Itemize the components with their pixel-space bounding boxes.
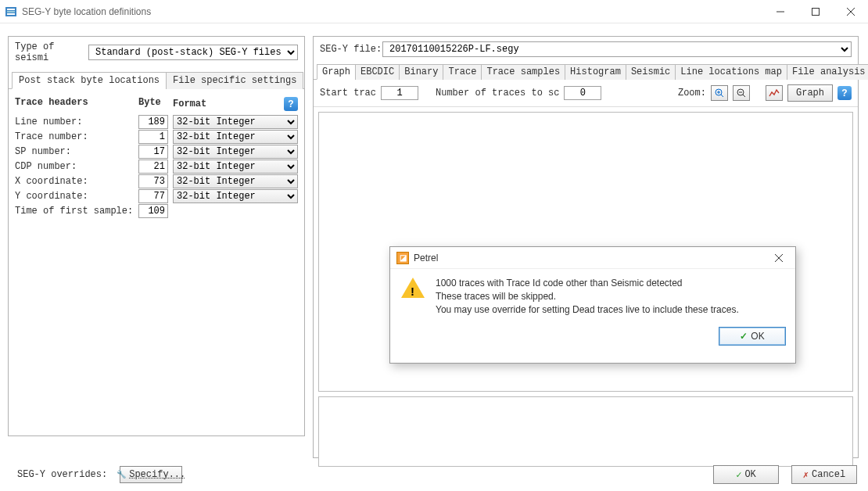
overrides-label: SEG-Y overrides: bbox=[17, 469, 107, 480]
left-tabs: Post stack byte locations File specific … bbox=[9, 71, 304, 89]
tab-post-stack[interactable]: Post stack byte locations bbox=[12, 72, 167, 89]
trace-row: CDP number:32-bit Integer bbox=[15, 159, 298, 174]
minimize-button[interactable] bbox=[762, 0, 798, 23]
tab-line-locations-map[interactable]: Line locations map bbox=[675, 64, 787, 80]
lower-area[interactable] bbox=[318, 396, 853, 467]
trace-field-label: Y coordinate: bbox=[15, 191, 138, 202]
dialog-title: Petrel bbox=[414, 253, 438, 263]
specify-button[interactable]: 🔧 Specify... bbox=[120, 466, 182, 483]
trace-row: Y coordinate:32-bit Integer bbox=[15, 188, 298, 203]
tab-trace-samples[interactable]: Trace samples bbox=[481, 64, 565, 80]
trace-field-label: CDP number: bbox=[15, 161, 138, 172]
footer: SEG-Y overrides: 🔧 Specify... ✓ OK ✗ Can… bbox=[0, 463, 868, 491]
trace-field-label: Time of first sample: bbox=[15, 206, 138, 217]
toolbar-help-icon[interactable]: ? bbox=[838, 86, 852, 100]
format-select[interactable]: 32-bit Integer bbox=[173, 159, 298, 174]
tab-file-analysis[interactable]: File analysis bbox=[787, 64, 868, 80]
format-select[interactable]: 32-bit Integer bbox=[173, 145, 298, 159]
window-title: SEG-Y byte location definitions bbox=[22, 6, 151, 17]
format-select[interactable]: 32-bit Integer bbox=[173, 115, 298, 129]
tab-histogram[interactable]: Histogram bbox=[565, 64, 626, 80]
start-trace-label: Start trac bbox=[320, 88, 376, 99]
graph-toolbar: Start trac Number of traces to sc Zoom: … bbox=[314, 80, 858, 107]
trace-headers-title: Trace headers bbox=[15, 97, 138, 111]
dialog-body: 1000 traces with Trace Id code other tha… bbox=[390, 269, 795, 324]
titlebar: SEG-Y byte location definitions bbox=[0, 0, 868, 23]
format-select[interactable]: 32-bit Integer bbox=[173, 189, 298, 203]
check-icon: ✓ bbox=[736, 469, 741, 481]
dialog-footer: ✓ OK bbox=[390, 324, 795, 353]
num-traces-label: Number of traces to sc bbox=[436, 88, 559, 99]
trace-row: X coordinate:32-bit Integer bbox=[15, 174, 298, 188]
svg-line-13 bbox=[743, 95, 745, 97]
dialog-app-icon: ◪ bbox=[396, 252, 409, 264]
svg-rect-5 bbox=[812, 8, 819, 15]
trace-row: Line number:32-bit Integer bbox=[15, 114, 298, 129]
tab-seismic[interactable]: Seismic bbox=[626, 64, 676, 80]
num-traces-input[interactable] bbox=[564, 86, 601, 100]
tab-trace[interactable]: Trace bbox=[443, 64, 482, 80]
byte-input[interactable] bbox=[138, 204, 168, 218]
byte-input[interactable] bbox=[138, 130, 168, 144]
zoom-in-icon[interactable] bbox=[711, 85, 728, 101]
dialog-line2: These traces will be skipped. bbox=[436, 290, 739, 303]
file-row: SEG-Y file: 20170110015226P-LF.segy bbox=[314, 37, 858, 62]
dialog-line1: 1000 traces with Trace Id code other tha… bbox=[436, 277, 739, 290]
close-button[interactable] bbox=[833, 0, 868, 23]
trace-row: Time of first sample: bbox=[15, 203, 298, 218]
dialog-ok-button[interactable]: ✓ OK bbox=[719, 327, 786, 346]
main-cancel-button[interactable]: ✗ Cancel bbox=[791, 465, 857, 484]
trace-headers-head: Trace headers Byte Format ? bbox=[15, 97, 298, 111]
cross-icon: ✗ bbox=[803, 469, 809, 481]
tab-ebcdic[interactable]: EBCDIC bbox=[355, 64, 400, 80]
tab-graph[interactable]: Graph bbox=[317, 64, 356, 80]
trace-headers-section: Trace headers Byte Format ? Line number:… bbox=[9, 89, 304, 226]
dialog-line3: You may use override for setting Dead tr… bbox=[436, 303, 739, 317]
left-panel: Type of seismi Standard (post-stack) SEG… bbox=[8, 36, 305, 436]
dialog-close-button[interactable] bbox=[766, 249, 792, 267]
chart-icon[interactable] bbox=[766, 85, 783, 101]
window-controls bbox=[762, 0, 868, 23]
type-select[interactable]: Standard (post-stack) SEG-Y files bbox=[88, 45, 298, 60]
byte-input[interactable] bbox=[138, 174, 168, 188]
byte-input[interactable] bbox=[138, 159, 168, 174]
svg-rect-2 bbox=[7, 11, 15, 13]
file-select[interactable]: 20170110015226P-LF.segy bbox=[382, 41, 852, 57]
svg-rect-3 bbox=[7, 13, 15, 15]
trace-field-label: Line number: bbox=[15, 116, 138, 127]
type-label: Type of seismi bbox=[15, 41, 88, 63]
main-ok-button[interactable]: ✓ OK bbox=[713, 465, 779, 484]
tab-file-specific[interactable]: File specific settings bbox=[166, 72, 303, 89]
graph-button[interactable]: Graph bbox=[787, 84, 833, 102]
byte-input[interactable] bbox=[138, 189, 168, 203]
svg-line-9 bbox=[721, 95, 723, 97]
svg-rect-1 bbox=[7, 9, 15, 10]
type-row: Type of seismi Standard (post-stack) SEG… bbox=[9, 37, 304, 68]
zoom-label: Zoom: bbox=[678, 88, 706, 99]
dialog-ok-label: OK bbox=[751, 331, 764, 342]
zoom-out-icon[interactable] bbox=[733, 85, 750, 101]
check-icon: ✓ bbox=[740, 331, 748, 342]
start-trace-input[interactable] bbox=[381, 86, 418, 100]
format-select[interactable]: 32-bit Integer bbox=[173, 174, 298, 188]
help-icon[interactable]: ? bbox=[284, 97, 298, 111]
trace-row: Trace number:32-bit Integer bbox=[15, 129, 298, 144]
main-ok-label: OK bbox=[744, 469, 755, 480]
format-select[interactable]: 32-bit Integer bbox=[173, 130, 298, 144]
maximize-button[interactable] bbox=[798, 0, 833, 23]
dialog-message: 1000 traces with Trace Id code other tha… bbox=[436, 277, 739, 316]
main-cancel-label: Cancel bbox=[812, 469, 845, 480]
byte-input[interactable] bbox=[138, 115, 168, 129]
byte-header: Byte bbox=[138, 97, 173, 111]
byte-input[interactable] bbox=[138, 145, 168, 159]
right-tabs: GraphEBCDICBinaryTraceTrace samplesHisto… bbox=[314, 63, 858, 80]
graph-button-label: Graph bbox=[796, 88, 824, 99]
specify-label: Specify... bbox=[129, 469, 185, 480]
trace-field-label: X coordinate: bbox=[15, 176, 138, 187]
tab-binary[interactable]: Binary bbox=[399, 64, 443, 80]
trace-row: SP number:32-bit Integer bbox=[15, 144, 298, 159]
hammer-icon: 🔧 bbox=[117, 470, 126, 479]
format-header: Format bbox=[173, 99, 206, 109]
main: Type of seismi Standard (post-stack) SEG… bbox=[0, 23, 868, 461]
petrel-dialog: ◪ Petrel 1000 traces with Trace Id code … bbox=[389, 246, 796, 364]
